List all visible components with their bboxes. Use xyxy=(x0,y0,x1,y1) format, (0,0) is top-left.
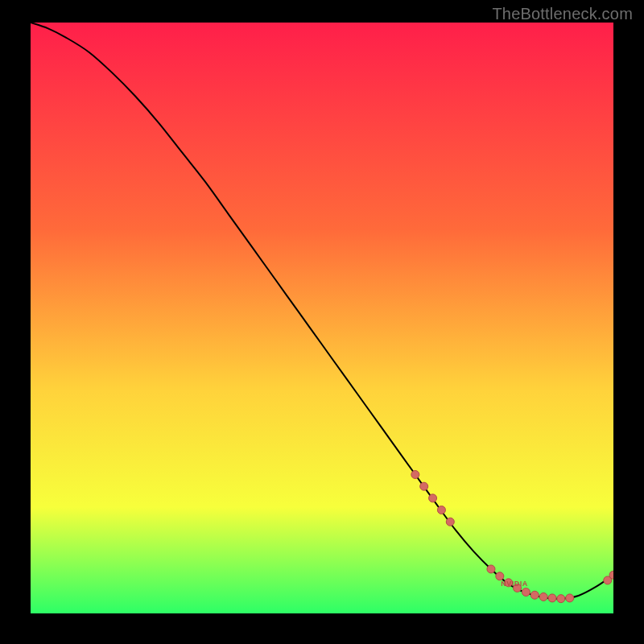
plot-area: NVIDIA xyxy=(31,23,613,613)
gradient-background xyxy=(31,23,613,613)
data-marker xyxy=(530,591,539,599)
data-marker xyxy=(437,506,445,514)
data-marker xyxy=(429,494,437,502)
data-marker xyxy=(566,594,574,602)
data-marker xyxy=(557,595,565,603)
data-marker xyxy=(411,471,419,479)
chart-stage: TheBottleneck.com NVIDIA xyxy=(0,0,644,644)
watermark-text: TheBottleneck.com xyxy=(492,5,633,23)
data-marker xyxy=(548,594,556,602)
data-marker xyxy=(496,572,504,580)
data-marker xyxy=(446,518,454,526)
chart-svg: NVIDIA xyxy=(31,23,613,613)
data-marker xyxy=(487,565,495,573)
series-annotation: NVIDIA xyxy=(501,580,528,588)
data-marker xyxy=(522,588,530,597)
data-marker xyxy=(420,482,428,490)
data-marker xyxy=(539,592,547,601)
